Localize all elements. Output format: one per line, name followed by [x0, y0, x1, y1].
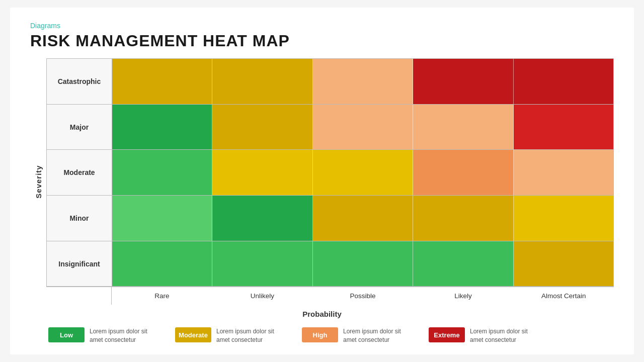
- cells-row-0: [112, 59, 613, 104]
- cell-r0-c4: [514, 59, 613, 104]
- row-label-minor: Minor: [47, 196, 112, 241]
- cell-r4-c1: [212, 241, 312, 287]
- col-headers: RareUnlikelyPossibleLikelyAlmost Certain: [112, 287, 614, 305]
- cells-row-4: [112, 241, 613, 287]
- main-title: RISK MANAGEMENT HEAT MAP: [30, 32, 614, 50]
- legend-description-extreme: Lorem ipsum dolor sit amet consectetur: [470, 327, 535, 344]
- legend-description-moderate: Lorem ipsum dolor sit amet consectetur: [216, 327, 282, 344]
- legend-description-low: Lorem ipsum dolor sit amet consectetur: [90, 327, 155, 344]
- cell-r4-c0: [112, 241, 212, 287]
- slide: Diagrams RISK MANAGEMENT HEAT MAP Severi…: [10, 8, 634, 354]
- cell-r1-c3: [413, 105, 513, 150]
- cell-r4-c3: [413, 241, 513, 287]
- grid-row: Major: [47, 105, 613, 150]
- cell-r4-c2: [313, 241, 413, 287]
- cell-r1-c2: [313, 105, 413, 150]
- cell-r1-c1: [212, 105, 312, 150]
- cell-r2-c1: [212, 150, 312, 195]
- severity-label-container: Severity: [30, 58, 46, 305]
- grid-area: CatastrophicMajorModerateMinorInsignific…: [46, 58, 614, 287]
- row-label-moderate: Moderate: [47, 150, 112, 195]
- cell-r0-c2: [313, 59, 413, 104]
- col-header-rare: Rare: [112, 287, 212, 305]
- grid-row: Insignificant: [47, 241, 613, 287]
- cell-r1-c0: [112, 105, 212, 150]
- cells-row-1: [112, 105, 613, 150]
- row-label-insignificant: Insignificant: [47, 241, 112, 287]
- grid-and-labels: CatastrophicMajorModerateMinorInsignific…: [46, 58, 614, 305]
- cell-r2-c3: [413, 150, 513, 195]
- cell-r2-c2: [313, 150, 413, 195]
- cell-r3-c2: [313, 196, 413, 241]
- cell-r0-c0: [112, 59, 212, 104]
- col-header-row: RareUnlikelyPossibleLikelyAlmost Certain: [46, 287, 614, 305]
- cell-r1-c4: [514, 105, 613, 150]
- cell-r3-c3: [413, 196, 513, 241]
- grid-row: Moderate: [47, 150, 613, 196]
- col-header-possible: Possible: [312, 287, 413, 305]
- col-header-spacer: [46, 287, 112, 305]
- legend-item-moderate: ModerateLorem ipsum dolor sit amet conse…: [175, 327, 282, 344]
- legend-badge-moderate: Moderate: [175, 327, 211, 342]
- grid-row: Minor: [47, 196, 613, 241]
- cell-r2-c4: [514, 150, 613, 195]
- cell-r0-c3: [413, 59, 513, 104]
- legend-item-extreme: ExtremeLorem ipsum dolor sit amet consec…: [429, 327, 535, 344]
- cell-r4-c4: [514, 241, 613, 287]
- col-header-almost-certain: Almost Certain: [513, 287, 614, 305]
- cell-r0-c1: [212, 59, 312, 104]
- legend-item-high: HighLorem ipsum dolor sit amet consectet…: [302, 327, 409, 344]
- matrix-container: Severity CatastrophicMajorModerateMinorI…: [30, 58, 614, 320]
- cells-row-3: [112, 196, 613, 241]
- legend-item-low: LowLorem ipsum dolor sit amet consectetu…: [48, 327, 155, 344]
- probability-axis-label: Probability: [30, 305, 614, 320]
- cell-r2-c0: [112, 150, 212, 195]
- cells-row-2: [112, 150, 613, 195]
- grid-row: Catastrophic: [47, 59, 613, 105]
- cell-r3-c0: [112, 196, 212, 241]
- diagrams-label: Diagrams: [30, 22, 614, 30]
- matrix-wrapper: Severity CatastrophicMajorModerateMinorI…: [30, 58, 614, 305]
- cell-r3-c1: [212, 196, 312, 241]
- legend-badge-low: Low: [48, 327, 85, 342]
- row-label-major: Major: [47, 105, 112, 150]
- row-label-catastrophic: Catastrophic: [47, 59, 112, 104]
- col-header-unlikely: Unlikely: [212, 287, 313, 305]
- cell-r3-c4: [514, 196, 613, 241]
- legend-badge-extreme: Extreme: [429, 327, 465, 342]
- legend: LowLorem ipsum dolor sit amet consectetu…: [30, 327, 614, 344]
- legend-description-high: Lorem ipsum dolor sit amet consectetur: [343, 327, 409, 344]
- col-header-likely: Likely: [413, 287, 514, 305]
- severity-axis-label: Severity: [34, 165, 43, 198]
- legend-badge-high: High: [302, 327, 338, 342]
